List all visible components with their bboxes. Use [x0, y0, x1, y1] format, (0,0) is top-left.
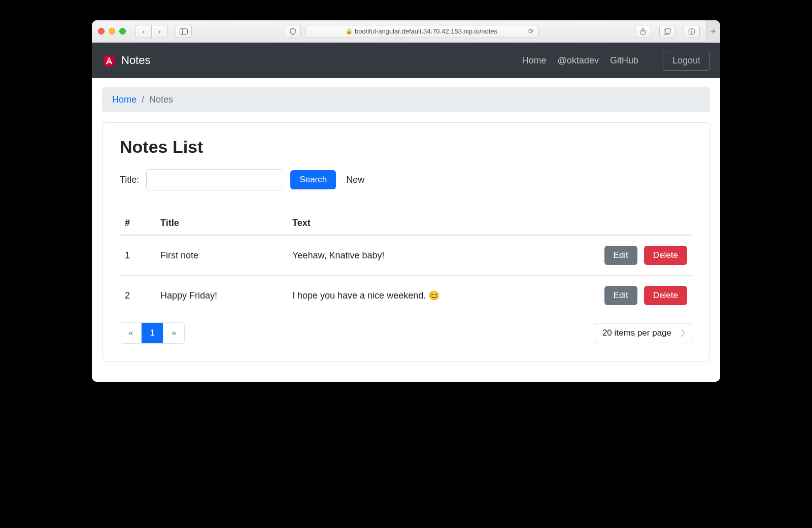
address-bar-group: 🔒 bootiful-angular.default.34.70.42.153.…	[285, 25, 538, 38]
page-prev[interactable]: «	[120, 323, 142, 343]
close-window-icon[interactable]	[98, 28, 105, 35]
notes-table: # Title Text 1 First note Yeehaw, Knativ…	[120, 212, 692, 315]
forward-button[interactable]: ›	[151, 25, 167, 38]
nav-link-github[interactable]: GitHub	[610, 55, 638, 66]
new-tab-button[interactable]: +	[706, 20, 720, 43]
nav-link-oktadev[interactable]: @oktadev	[558, 55, 599, 66]
toolbar-right	[631, 25, 700, 38]
page-1[interactable]: 1	[142, 323, 163, 343]
brand[interactable]: Notes	[102, 53, 150, 68]
title-label: Title:	[120, 175, 139, 185]
breadcrumb: Home / Notes	[102, 87, 710, 112]
delete-button[interactable]: Delete	[644, 286, 687, 305]
page-next[interactable]: »	[163, 323, 184, 343]
address-bar[interactable]: 🔒 bootiful-angular.default.34.70.42.153.…	[305, 25, 538, 38]
cell-title: Happy Friday!	[155, 276, 287, 316]
delete-button[interactable]: Delete	[644, 246, 687, 265]
share-button[interactable]	[635, 25, 651, 38]
privacy-report-button[interactable]	[285, 25, 301, 38]
minimize-window-icon[interactable]	[109, 28, 115, 35]
cell-num: 2	[120, 276, 155, 316]
th-actions	[581, 212, 692, 235]
per-page-select[interactable]: 20 items per page	[594, 323, 692, 343]
back-button[interactable]: ‹	[135, 25, 151, 38]
cell-text: Yeehaw, Knative baby!	[287, 235, 581, 276]
page-content: Home / Notes Notes List Title: Search Ne…	[92, 78, 720, 382]
notes-card: Notes List Title: Search New # Title Tex…	[102, 122, 710, 361]
cell-text: I hope you have a nice weekend. 😊	[287, 276, 581, 316]
browser-window: ‹ › 🔒 bootiful-angular.default.34.70.42.…	[92, 20, 720, 382]
tabs-button[interactable]	[659, 25, 675, 38]
th-text: Text	[287, 212, 581, 235]
table-row: 1 First note Yeehaw, Knative baby! Edit …	[120, 235, 692, 276]
lock-icon: 🔒	[346, 28, 353, 35]
cell-actions: Edit Delete	[581, 235, 692, 276]
browser-chrome: ‹ › 🔒 bootiful-angular.default.34.70.42.…	[92, 20, 720, 43]
pagination: « 1 »	[120, 322, 185, 344]
logout-button[interactable]: Logout	[663, 51, 710, 71]
reload-icon[interactable]: ⟳	[528, 27, 534, 35]
new-link[interactable]: New	[346, 175, 364, 185]
per-page-label: 20 items per page	[602, 328, 671, 338]
cell-num: 1	[120, 235, 155, 276]
window-controls	[98, 28, 126, 35]
page-title: Notes List	[120, 137, 692, 157]
title-input[interactable]	[146, 169, 283, 190]
edit-button[interactable]: Edit	[604, 286, 637, 305]
cell-actions: Edit Delete	[581, 276, 692, 316]
svg-rect-0	[180, 28, 188, 34]
url-text: bootiful-angular.default.34.70.42.153.ni…	[355, 27, 497, 35]
nav-link-home[interactable]: Home	[522, 55, 547, 66]
table-footer: « 1 » 20 items per page	[120, 322, 692, 344]
th-title: Title	[155, 212, 287, 235]
nav-buttons: ‹ ›	[135, 25, 167, 38]
svg-point-7	[691, 29, 692, 30]
breadcrumb-separator: /	[142, 94, 144, 105]
edit-button[interactable]: Edit	[604, 246, 637, 265]
table-row: 2 Happy Friday! I hope you have a nice w…	[120, 276, 692, 316]
breadcrumb-home[interactable]: Home	[112, 94, 137, 105]
maximize-window-icon[interactable]	[119, 28, 126, 35]
angular-logo-icon	[102, 53, 116, 68]
sidebar-button[interactable]	[176, 25, 192, 38]
brand-text: Notes	[121, 54, 150, 67]
nav-links: Home @oktadev GitHub Logout	[522, 51, 710, 71]
breadcrumb-current: Notes	[149, 94, 173, 105]
th-num: #	[120, 212, 155, 235]
cell-title: First note	[155, 235, 287, 276]
svg-rect-8	[691, 31, 692, 34]
search-button[interactable]: Search	[290, 170, 336, 189]
info-button[interactable]	[684, 25, 700, 38]
svg-rect-5	[665, 28, 670, 33]
search-row: Title: Search New	[120, 169, 692, 190]
app-navbar: Notes Home @oktadev GitHub Logout	[92, 43, 720, 78]
